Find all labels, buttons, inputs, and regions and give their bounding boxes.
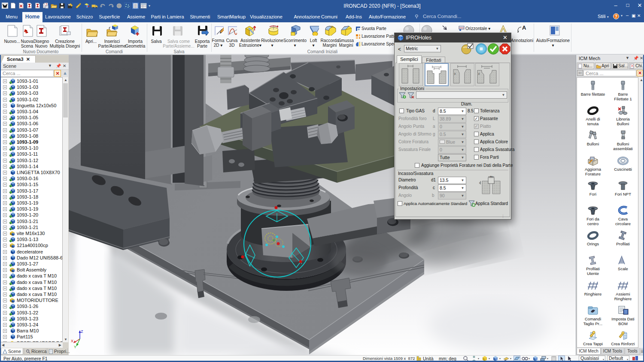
svg-text:Z: Z [81,329,83,334]
svg-text:β: β [454,72,456,75]
svg-text:c: c [479,181,480,184]
svg-text:d1: d1 [490,176,493,178]
svg-text:Y: Y [74,345,76,349]
svg-text:X: X [71,339,73,343]
svg-text:β: β [478,72,480,75]
svg-text:A: A [522,24,526,31]
